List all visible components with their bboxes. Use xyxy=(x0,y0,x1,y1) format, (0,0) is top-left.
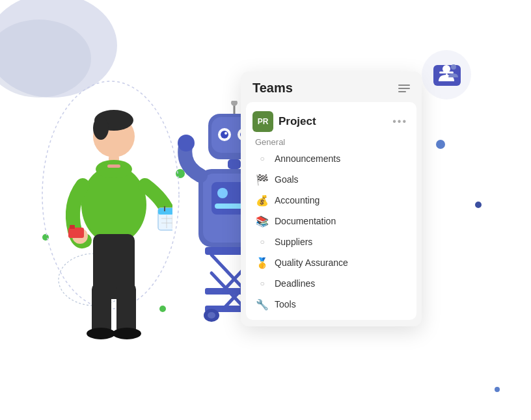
channel-name-documentation: Documentation xyxy=(275,216,336,226)
ms-teams-logo xyxy=(420,49,472,103)
svg-rect-7 xyxy=(446,73,448,80)
svg-point-48 xyxy=(217,188,228,198)
project-row[interactable]: PR Project ••• xyxy=(246,107,416,135)
svg-rect-16 xyxy=(107,164,120,168)
dot-blue-1 xyxy=(436,140,445,149)
teams-card: Teams PR Project ••• General ○ Announcem… xyxy=(241,72,422,326)
tools-icon: 🔧 xyxy=(255,297,269,311)
deadlines-icon: ○ xyxy=(255,276,269,291)
channel-name-accounting: Accounting xyxy=(275,195,320,205)
svg-rect-44 xyxy=(228,159,241,169)
accounting-icon: 💰 xyxy=(255,193,269,207)
svg-point-5 xyxy=(451,64,456,70)
svg-rect-29 xyxy=(116,283,136,335)
svg-point-63 xyxy=(208,312,215,319)
svg-point-51 xyxy=(178,135,195,151)
channel-name-announcements: Announcements xyxy=(275,153,340,164)
svg-point-40 xyxy=(225,132,227,135)
channel-item-accounting[interactable]: 💰 Accounting xyxy=(246,190,416,211)
svg-rect-33 xyxy=(70,225,75,229)
channel-name-suppliers: Suppliers xyxy=(275,237,312,247)
goals-icon: 🏁 xyxy=(255,172,269,187)
project-avatar: PR xyxy=(252,111,273,132)
quality-assurance-icon: 🥇 xyxy=(255,256,269,270)
channel-list: ○ Announcements 🏁 Goals 💰 Accounting 📚 D… xyxy=(246,148,416,315)
channel-name-goals: Goals xyxy=(275,174,299,185)
teams-card-body: PR Project ••• General ○ Announcements 🏁… xyxy=(246,102,416,320)
channel-item-documentation[interactable]: 📚 Documentation xyxy=(246,211,416,231)
channel-item-deadlines[interactable]: ○ Deadlines xyxy=(246,273,416,294)
svg-point-43 xyxy=(231,101,238,106)
announcements-icon: ○ xyxy=(255,151,269,166)
hamburger-icon[interactable] xyxy=(398,85,410,92)
teams-title: Teams xyxy=(252,81,293,96)
project-name: Project xyxy=(279,115,316,128)
teams-card-header: Teams xyxy=(241,72,422,102)
svg-point-12 xyxy=(93,116,109,140)
channel-item-suppliers[interactable]: ○ Suppliers xyxy=(246,231,416,252)
channel-name-quality-assurance: Quality Assurance xyxy=(275,257,348,268)
channel-item-announcements[interactable]: ○ Announcements xyxy=(246,148,416,169)
channel-item-quality-assurance[interactable]: 🥇 Quality Assurance xyxy=(246,252,416,273)
general-label: General xyxy=(246,135,416,148)
svg-rect-28 xyxy=(92,283,111,335)
channel-item-tools[interactable]: 🔧 Tools xyxy=(246,294,416,315)
more-options-icon[interactable]: ••• xyxy=(392,116,407,127)
svg-point-15 xyxy=(96,160,132,178)
svg-point-31 xyxy=(113,328,141,339)
suppliers-icon: ○ xyxy=(255,235,269,249)
person-figure xyxy=(55,101,172,350)
svg-rect-32 xyxy=(68,228,84,238)
channel-name-deadlines: Deadlines xyxy=(275,278,315,289)
documentation-icon: 📚 xyxy=(255,214,269,228)
channel-item-goals[interactable]: 🏁 Goals xyxy=(246,169,416,190)
svg-point-38 xyxy=(221,131,228,138)
svg-rect-6 xyxy=(439,72,454,73)
svg-point-30 xyxy=(87,328,115,339)
channel-name-tools: Tools xyxy=(275,299,296,309)
dot-blue-2 xyxy=(475,202,482,208)
dot-blue-small xyxy=(495,387,500,392)
